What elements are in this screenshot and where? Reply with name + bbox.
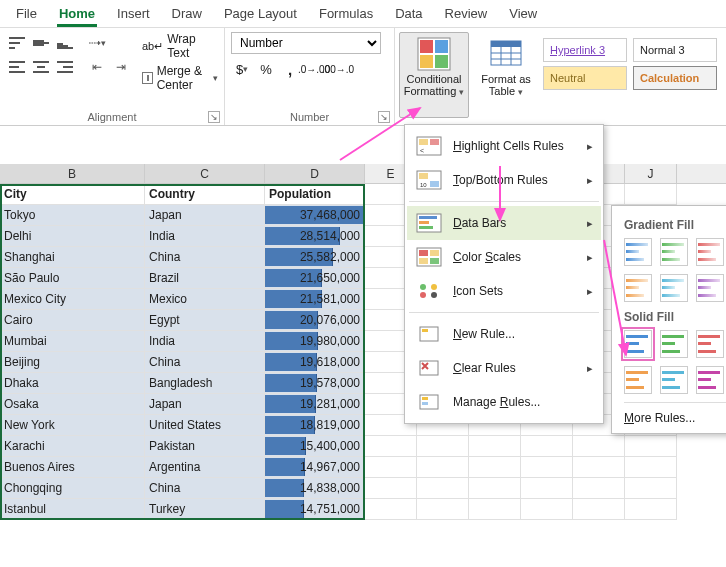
cell-empty[interactable]	[573, 499, 625, 520]
align-middle-icon[interactable]	[30, 32, 52, 54]
cell-population[interactable]: 20,076,000	[265, 310, 365, 331]
cell-empty[interactable]	[573, 478, 625, 499]
cell-country[interactable]: China	[145, 352, 265, 373]
align-top-icon[interactable]	[6, 32, 28, 54]
cell-country[interactable]: Mexico	[145, 289, 265, 310]
menu-top-bottom[interactable]: 10 Top/Bottom Rules ▸	[407, 163, 601, 197]
col-header-D[interactable]: D	[265, 164, 365, 183]
cell-country[interactable]: Brazil	[145, 268, 265, 289]
cell-population[interactable]: 14,967,000	[265, 457, 365, 478]
cell-empty[interactable]	[417, 436, 469, 457]
gradient-red[interactable]	[696, 238, 724, 266]
solid-green[interactable]	[660, 330, 688, 358]
cell-population[interactable]: 21,581,000	[265, 289, 365, 310]
cell-city[interactable]: New York	[0, 415, 145, 436]
cell-population[interactable]: 19,980,000	[265, 331, 365, 352]
tab-insert[interactable]: Insert	[107, 2, 160, 27]
gradient-lightblue[interactable]	[660, 274, 688, 302]
cell-empty[interactable]	[469, 436, 521, 457]
cell-country[interactable]: Pakistan	[145, 436, 265, 457]
tab-view[interactable]: View	[499, 2, 547, 27]
cell-empty[interactable]	[521, 478, 573, 499]
cell-empty[interactable]	[469, 457, 521, 478]
gradient-orange[interactable]	[624, 274, 652, 302]
cell-empty[interactable]	[625, 478, 677, 499]
col-header-J[interactable]: J	[625, 164, 677, 183]
cell-empty[interactable]	[625, 184, 677, 205]
cell-empty[interactable]	[625, 436, 677, 457]
cell-empty[interactable]	[365, 478, 417, 499]
tab-page-layout[interactable]: Page Layout	[214, 2, 307, 27]
cell-empty[interactable]	[365, 436, 417, 457]
cell-population[interactable]: 25,582,000	[265, 247, 365, 268]
cell-empty[interactable]	[521, 457, 573, 478]
cell-country[interactable]: Egypt	[145, 310, 265, 331]
cell-country[interactable]: China	[145, 478, 265, 499]
cell-empty[interactable]	[625, 457, 677, 478]
cell-empty[interactable]	[469, 499, 521, 520]
cell-city[interactable]: Beijing	[0, 352, 145, 373]
cell-country[interactable]: Japan	[145, 394, 265, 415]
cell-population[interactable]: 28,514,000	[265, 226, 365, 247]
align-left-icon[interactable]	[6, 56, 28, 78]
cell-empty[interactable]	[365, 499, 417, 520]
percent-format-icon[interactable]: %	[255, 58, 277, 80]
increase-indent-icon[interactable]: ⇥	[110, 56, 132, 78]
cell-city[interactable]: Cairo	[0, 310, 145, 331]
cell-population[interactable]: 14,751,000	[265, 499, 365, 520]
cell-empty[interactable]	[417, 499, 469, 520]
menu-new-rule[interactable]: New Rule...	[407, 317, 601, 351]
format-as-table-button[interactable]: Format as Table ▾	[471, 32, 541, 118]
number-format-select[interactable]: Number	[231, 32, 381, 54]
cell-city[interactable]: São Paulo	[0, 268, 145, 289]
cell-population[interactable]: 14,838,000	[265, 478, 365, 499]
cell-population[interactable]: 37,468,000	[265, 205, 365, 226]
cell-city[interactable]: Karachi	[0, 436, 145, 457]
cell-country[interactable]: United States	[145, 415, 265, 436]
solid-purple[interactable]	[696, 366, 724, 394]
cell-country[interactable]: India	[145, 331, 265, 352]
cell-country[interactable]: Turkey	[145, 499, 265, 520]
cell-city[interactable]: Mumbai	[0, 331, 145, 352]
menu-data-bars[interactable]: Data Bars ▸	[407, 206, 601, 240]
cell-empty[interactable]	[417, 478, 469, 499]
cell-population[interactable]: 19,618,000	[265, 352, 365, 373]
cell-empty[interactable]	[469, 478, 521, 499]
menu-highlight-cells[interactable]: < Highlight Cells Rules ▸	[407, 129, 601, 163]
cell-empty[interactable]	[625, 499, 677, 520]
menu-manage-rules[interactable]: Manage Rules...	[407, 385, 601, 419]
cell-city[interactable]: Mexico City	[0, 289, 145, 310]
menu-clear-rules[interactable]: Clear Rules ▸	[407, 351, 601, 385]
wrap-text-button[interactable]: ab↵ Wrap Text	[142, 32, 218, 60]
tab-draw[interactable]: Draw	[162, 2, 212, 27]
decrease-indent-icon[interactable]: ⇤	[86, 56, 108, 78]
cell-empty[interactable]	[573, 436, 625, 457]
tab-file[interactable]: File	[6, 2, 47, 27]
cell-country[interactable]: Bangladesh	[145, 373, 265, 394]
cell-city[interactable]: Osaka	[0, 394, 145, 415]
alignment-launcher-icon[interactable]: ↘	[208, 111, 220, 123]
cell-empty[interactable]	[521, 436, 573, 457]
style-normal[interactable]: Normal 3	[633, 38, 717, 62]
align-center-icon[interactable]	[30, 56, 52, 78]
tab-home[interactable]: Home	[49, 2, 105, 27]
cell-empty[interactable]	[365, 457, 417, 478]
cell-empty[interactable]	[521, 499, 573, 520]
cell-empty[interactable]	[417, 457, 469, 478]
solid-blue[interactable]	[624, 330, 652, 358]
cell-country[interactable]: Argentina	[145, 457, 265, 478]
menu-icon-sets[interactable]: Icon Sets ▸	[407, 274, 601, 308]
align-right-icon[interactable]	[54, 56, 76, 78]
decrease-decimal-icon[interactable]: .00→.0	[327, 58, 349, 80]
cell-country[interactable]: Japan	[145, 205, 265, 226]
cell-city[interactable]: Tokyo	[0, 205, 145, 226]
tab-review[interactable]: Review	[435, 2, 498, 27]
cell-population[interactable]: 19,281,000	[265, 394, 365, 415]
conditional-formatting-button[interactable]: Conditional Formatting ▾	[399, 32, 469, 118]
gradient-blue[interactable]	[624, 238, 652, 266]
tab-data[interactable]: Data	[385, 2, 432, 27]
number-launcher-icon[interactable]: ↘	[378, 111, 390, 123]
gradient-green[interactable]	[660, 238, 688, 266]
solid-orange[interactable]	[624, 366, 652, 394]
style-calculation[interactable]: Calculation	[633, 66, 717, 90]
